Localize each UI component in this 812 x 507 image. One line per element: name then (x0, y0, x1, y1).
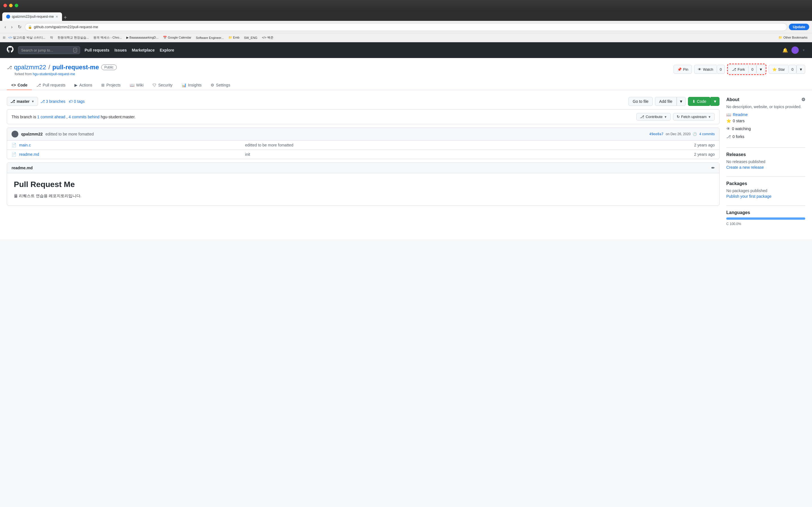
repo-visibility-badge: Public (101, 64, 117, 70)
star-dropdown[interactable]: ▼ (797, 65, 805, 74)
branch-chevron: ▼ (31, 100, 35, 103)
close-button[interactable] (3, 4, 7, 7)
add-file-button[interactable]: Add file (655, 97, 677, 106)
back-button[interactable]: ‹ (3, 23, 8, 31)
bookmark-10[interactable]: </> 백준 (260, 35, 275, 40)
actions-tab-icon: ▶ (74, 83, 78, 87)
repo-tabs: <> Code ⎇ Pull requests ▶ Actions ⊞ Proj… (0, 76, 812, 90)
tags-link[interactable]: 🏷 0 tags (69, 99, 85, 104)
github-search[interactable]: Search or jump to... / (18, 46, 80, 54)
maximize-button[interactable] (15, 4, 18, 7)
forks-count: 0 forks (732, 134, 744, 139)
nav-issues[interactable]: Issues (114, 48, 127, 52)
publish-package-link[interactable]: Publish your first package (726, 194, 805, 199)
code-icon: ⬇ (692, 99, 696, 104)
repo-title: ⎇ qpalzmm22 / pull-request-me Public (7, 64, 117, 71)
nav-pull-requests[interactable]: Pull requests (85, 48, 109, 52)
go-to-file-button[interactable]: Go to file (628, 97, 653, 106)
bookmark-9[interactable]: SW_ENG (242, 36, 259, 40)
readme-link[interactable]: 📖 Readme (726, 112, 805, 117)
nav-arrow[interactable]: ▼ (802, 48, 805, 52)
tab-code[interactable]: <> Code (7, 80, 32, 90)
tab-close-button[interactable]: ✕ (56, 15, 58, 18)
tab-security[interactable]: 🛡 Security (148, 80, 177, 90)
commit-author[interactable]: qpalzmm22 (21, 132, 43, 136)
repo-name[interactable]: pull-request-me (52, 64, 99, 71)
packages-desc: No packages published (726, 188, 805, 193)
browser-toolbar: ‹ › ↻ 🔒 github.com/qpalzmm22/pull-reques… (0, 21, 812, 33)
about-section: About ⚙ No description, website, or topi… (726, 97, 805, 140)
readme-box: readme.md ✏ Pull Request Me 풀 리퀘스트 연습용 레… (7, 163, 719, 206)
branch-select[interactable]: ⎇ master ▼ (7, 97, 38, 106)
contribute-button[interactable]: ⎇ Contribute ▼ (637, 113, 671, 121)
bookmarks-bar: ⊟ </> 알고리즘 박살 스터디... 작 한동대학교 현장실습... 원격 … (0, 33, 812, 42)
bookmark-code[interactable]: </> 알고리즘 박살 스터디... (6, 35, 47, 40)
tab-wiki[interactable]: 📖 Wiki (125, 80, 148, 90)
fork-source-link[interactable]: hgu-student/pull-request-me (33, 72, 75, 76)
bookmark-7[interactable]: Software Engineer... (194, 36, 225, 40)
bookmark-6[interactable]: 📅 Google Calendar (161, 35, 193, 40)
code-dropdown[interactable]: ▼ (711, 97, 719, 106)
branches-link[interactable]: ⎇ 3 branches (40, 99, 65, 104)
commit-avatar (11, 131, 18, 137)
tab-actions[interactable]: ▶ Actions (70, 80, 97, 90)
languages-section: Languages C 100.0% (726, 205, 805, 226)
tab-insights[interactable]: 📊 Insights (177, 80, 206, 90)
edit-readme-icon[interactable]: ✏ (711, 166, 715, 170)
bookmark-2[interactable]: 작 (48, 35, 55, 40)
notification-bell[interactable]: 🔔 (782, 48, 788, 53)
ahead-link[interactable]: 1 commit ahead (37, 115, 65, 119)
watch-button[interactable]: 👁 Watch (694, 65, 716, 74)
pin-button[interactable]: 📌 Pin (673, 65, 692, 74)
star-button[interactable]: ⭐ Star (769, 65, 788, 74)
readme-header: readme.md ✏ (7, 163, 719, 173)
code-button-group: ⬇ Code ▼ (688, 97, 719, 106)
reload-button[interactable]: ↻ (16, 23, 23, 31)
file-row: 📄 main.c editted to be more fomatted 2 y… (7, 140, 719, 150)
fork-button[interactable]: ⎇ Fork (728, 65, 748, 74)
repo-owner[interactable]: qpalzmm22 (14, 64, 46, 71)
readme-content: Pull Request Me 풀 리퀘스트 연습용 레포지토리입니다. (7, 173, 719, 205)
new-tab-button[interactable]: + (64, 14, 67, 21)
browser-tab[interactable]: qpalzmm22/pull-request-me ✕ (2, 12, 62, 21)
repo-separator: / (49, 64, 50, 71)
bookmark-8[interactable]: 📁 Emb (227, 35, 241, 40)
code-button[interactable]: ⬇ Code (688, 97, 711, 106)
nav-explore[interactable]: Explore (160, 48, 174, 52)
file-name-main[interactable]: main.c (19, 143, 242, 147)
tab-settings[interactable]: ⚙ Settings (206, 80, 235, 90)
user-avatar[interactable] (792, 47, 799, 54)
add-file-dropdown[interactable]: ▼ (677, 97, 686, 106)
tab-projects[interactable]: ⊞ Projects (97, 80, 125, 90)
github-logo[interactable] (7, 46, 13, 54)
other-bookmarks[interactable]: 📁 Other Bookmarks (777, 35, 809, 40)
commits-count[interactable]: 4 commits (699, 132, 715, 136)
update-button[interactable]: Update (789, 24, 809, 30)
star-count[interactable]: 0 (788, 65, 797, 74)
fork-button-group: ⎇ Fork 0 ▼ (728, 65, 765, 74)
watch-count[interactable]: 0 (717, 65, 725, 74)
stars-stat: ⭐ 0 stars (726, 119, 805, 123)
create-release-link[interactable]: Create a new release (726, 165, 805, 170)
about-settings-icon[interactable]: ⚙ (801, 97, 805, 102)
packages-section: Packages No packages published Publish y… (726, 176, 805, 199)
fork-count[interactable]: 0 (748, 65, 756, 74)
behind-link[interactable]: 4 commits behind (68, 115, 100, 119)
window-controls[interactable] (3, 4, 18, 7)
bookmark-4[interactable]: 원격 엑세스 - Chro... (92, 35, 123, 40)
file-row: 📄 readme.md init 2 years ago (7, 150, 719, 159)
file-name-readme[interactable]: readme.md (19, 152, 242, 157)
github-nav-right: 🔔 ▼ (782, 47, 805, 54)
bookmark-5[interactable]: ▶ BaaaaaaaaarkingD... (124, 35, 160, 40)
watching-stat: 👁 0 watching (726, 126, 805, 131)
address-bar[interactable]: 🔒 github.com/qpalzmm22/pull-request-me (25, 23, 787, 31)
minimize-button[interactable] (9, 4, 13, 7)
fork-dropdown[interactable]: ▼ (756, 65, 765, 74)
forward-button[interactable]: › (9, 23, 14, 31)
fetch-upstream-button[interactable]: ↻ Fetch upstream ▼ (673, 113, 715, 121)
tab-pull-requests[interactable]: ⎇ Pull requests (32, 80, 70, 90)
bookmark-3[interactable]: 한동대학교 현장실습... (56, 35, 91, 40)
lock-icon: 🔒 (28, 25, 32, 29)
nav-marketplace[interactable]: Marketplace (132, 48, 155, 52)
watch-button-group: 👁 Watch 0 (694, 65, 725, 74)
